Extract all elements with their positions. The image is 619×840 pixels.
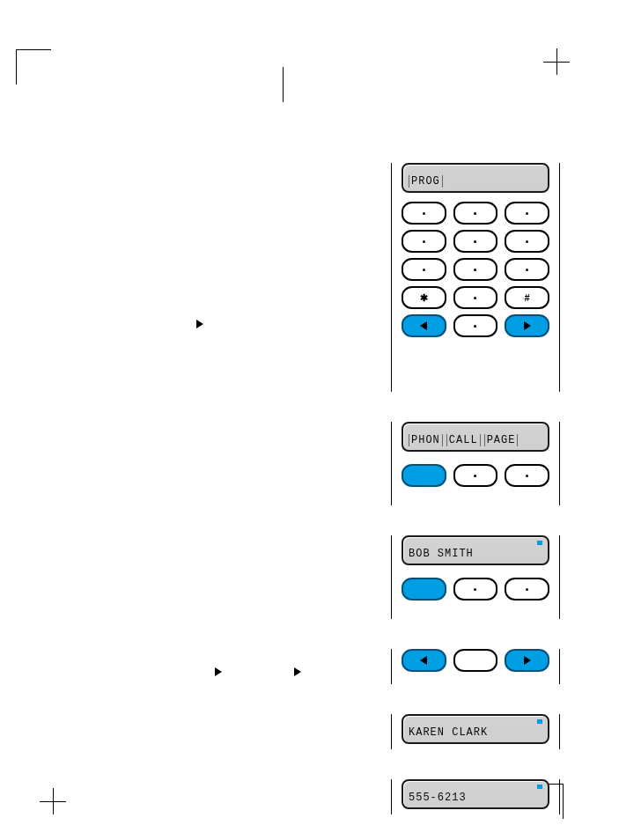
key-8[interactable] xyxy=(453,258,498,281)
device-contact-karen: KAREN CLARK xyxy=(396,714,555,749)
nav-center-button[interactable] xyxy=(453,314,498,337)
nav-right-button-2[interactable] xyxy=(505,649,549,672)
lcd-bob-text: BOB SMITH xyxy=(409,548,474,560)
lcd-number: 555-6213 xyxy=(402,779,549,809)
lcd-indicator-icon-3 xyxy=(537,785,542,789)
softkey-1b[interactable] xyxy=(402,578,446,601)
key-1[interactable] xyxy=(402,202,446,225)
device-column: PROG ✱ # PHONCALLPAGE xyxy=(396,163,555,814)
nav-center-button-2[interactable] xyxy=(453,649,498,672)
numeric-keypad: ✱ # xyxy=(402,202,549,337)
lcd-indicator-icon-2 xyxy=(537,719,542,724)
crop-mark-top-center xyxy=(283,67,284,102)
lcd-karen-text: KAREN CLARK xyxy=(409,726,488,739)
lcd-menu-call: CALL xyxy=(446,434,481,446)
softkey-2b[interactable] xyxy=(453,578,498,601)
device-number: 555-6213 xyxy=(396,779,555,814)
pointer-marker-3 xyxy=(294,667,301,676)
nav-left-button[interactable] xyxy=(402,314,446,337)
device-menu: PHONCALLPAGE xyxy=(396,422,555,505)
lcd-prog: PROG xyxy=(402,163,549,193)
key-4[interactable] xyxy=(402,230,446,253)
lcd-bob: BOB SMITH xyxy=(402,535,549,565)
softkey-3b[interactable] xyxy=(505,578,549,601)
pointer-marker-1 xyxy=(196,320,203,328)
device-contact-bob: BOB SMITH xyxy=(396,535,555,619)
key-2[interactable] xyxy=(453,202,498,225)
lcd-menu: PHONCALLPAGE xyxy=(402,422,549,452)
softkey-1[interactable] xyxy=(402,464,446,487)
nav-right-button[interactable] xyxy=(505,314,549,337)
softkey-3[interactable] xyxy=(505,464,549,487)
lcd-number-text: 555-6213 xyxy=(409,792,467,804)
softkey-2[interactable] xyxy=(453,464,498,487)
device-keypad: PROG ✱ # xyxy=(396,163,555,392)
lcd-prog-text: PROG xyxy=(409,175,443,188)
key-5[interactable] xyxy=(453,230,498,253)
lcd-menu-phon: PHON xyxy=(409,434,443,446)
key-3[interactable] xyxy=(505,202,549,225)
key-hash[interactable]: # xyxy=(505,286,549,309)
lcd-menu-page: PAGE xyxy=(484,434,519,446)
lcd-indicator-icon xyxy=(537,541,542,545)
key-7[interactable] xyxy=(402,258,446,281)
nav-left-button-2[interactable] xyxy=(402,649,446,672)
key-0[interactable] xyxy=(453,286,498,309)
key-9[interactable] xyxy=(505,258,549,281)
key-6[interactable] xyxy=(505,230,549,253)
key-star[interactable]: ✱ xyxy=(402,286,446,309)
device-nav xyxy=(396,649,555,684)
lcd-karen: KAREN CLARK xyxy=(402,714,549,744)
pointer-marker-2 xyxy=(215,667,222,676)
